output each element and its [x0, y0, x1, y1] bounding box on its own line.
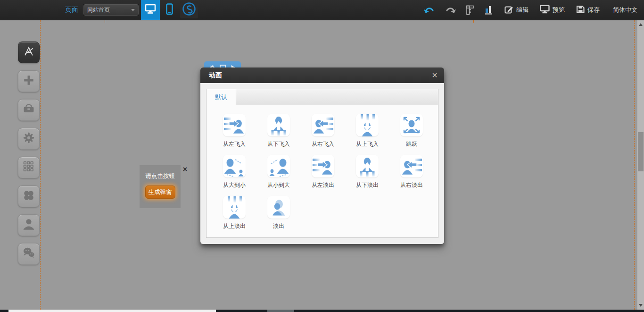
animation-item-label: 从上淡出 [223, 222, 246, 230]
fade-out-icon [267, 196, 290, 219]
small-to-big-icon [267, 155, 290, 177]
animation-item-label: 从上飞入 [356, 140, 379, 148]
modal-title: 动画 [209, 71, 222, 79]
edit-icon [504, 5, 513, 15]
animation-item[interactable]: 从右飞入 [301, 114, 345, 155]
animation-item[interactable]: 淡出 [256, 196, 301, 237]
close-icon[interactable]: × [432, 67, 438, 83]
settings-icon [21, 130, 36, 147]
fade-out-left-icon [312, 155, 334, 177]
design-tools-icon [21, 44, 36, 61]
animation-tabs-box: 默认 从左飞入从下飞入从右飞入从上飞入 跳跃从大到小从小到大从左淡出从下淡出从右… [206, 89, 438, 238]
page-label: 页面 [65, 6, 78, 14]
fade-out-top-icon [223, 196, 246, 219]
sidebar [18, 42, 40, 272]
page-guide-left [40, 20, 41, 310]
animation-item[interactable]: 从小到大 [256, 155, 301, 196]
modal-title-bar[interactable]: 动画 × [200, 67, 444, 83]
page-guide-right [634, 20, 635, 310]
bottom-strip-thumb[interactable] [267, 310, 294, 312]
sidebar-button-add[interactable] [18, 70, 40, 92]
redo-icon[interactable] [445, 6, 456, 14]
popup-widget[interactable]: 请点击按钮 生成弹窗 × [140, 165, 181, 208]
link-icon [182, 2, 196, 18]
sidebar-button-settings[interactable] [18, 128, 40, 150]
animation-item-label: 从右淡出 [400, 181, 423, 189]
popup-widget-text: 请点击按钮 [140, 172, 181, 180]
animation-item-label: 从小到大 [267, 181, 290, 189]
desktop-view-button[interactable] [141, 0, 160, 20]
sidebar-button-design-tools[interactable] [18, 42, 40, 63]
stats-icon[interactable] [485, 5, 493, 15]
animation-item[interactable]: 从上淡出 [212, 196, 256, 237]
add-icon [21, 73, 36, 90]
fly-in-right-icon [312, 114, 334, 136]
modal-body: 默认 从左飞入从下飞入从右飞入从上飞入 跳跃从大到小从小到大从左淡出从下淡出从右… [200, 83, 444, 244]
animation-item-label: 跳跃 [406, 140, 417, 148]
sidebar-button-toolbox[interactable] [18, 99, 40, 121]
chevron-down-icon [131, 9, 135, 11]
animation-item[interactable]: 从下淡出 [345, 155, 389, 196]
animation-item[interactable]: 从大到小 [212, 155, 256, 196]
bottom-scroll-strip[interactable] [0, 310, 644, 312]
scroll-down-icon[interactable] [639, 304, 643, 307]
animation-item-label: 从右飞入 [312, 140, 334, 148]
animation-grid: 从左飞入从下飞入从右飞入从上飞入 跳跃从大到小从小到大从左淡出从下淡出从右淡出从… [206, 105, 438, 237]
sidebar-button-wechat[interactable] [18, 243, 40, 265]
user-icon [21, 217, 36, 234]
undo-icon[interactable] [424, 6, 435, 14]
sidebar-button-modules-grid[interactable] [18, 157, 40, 178]
tab-default[interactable]: 默认 [206, 89, 236, 105]
animation-item[interactable]: 从左淡出 [301, 155, 345, 196]
top-toolbar: 页面 网站首页 [0, 0, 644, 20]
animation-modal: 动画 × 默认 从左飞入从下飞入从右飞入从上飞入 跳跃从大到小从小到大从左淡出从… [200, 67, 444, 244]
widgets-icon [21, 188, 36, 205]
desktop-icon [145, 4, 156, 16]
save-icon [576, 5, 585, 15]
fly-in-top-icon [356, 114, 379, 136]
fade-out-bottom-icon [356, 155, 379, 177]
edit-button[interactable]: 编辑 [504, 5, 528, 15]
toolbox-icon [21, 101, 36, 118]
big-to-small-icon [223, 155, 246, 177]
link-button[interactable] [180, 1, 198, 18]
animation-item-label: 淡出 [273, 222, 284, 230]
jump-icon [400, 114, 423, 136]
modules-grid-icon [21, 159, 36, 176]
generate-popup-button[interactable]: 生成弹窗 [145, 186, 175, 199]
vertical-scrollbar[interactable] [637, 20, 644, 310]
save-button[interactable]: 保存 [576, 5, 600, 15]
mobile-view-button[interactable] [160, 0, 179, 20]
animation-item[interactable]: 从左飞入 [212, 114, 256, 155]
animation-item-label: 从下淡出 [356, 181, 379, 189]
sidebar-button-widgets[interactable] [18, 186, 40, 207]
animation-item-label: 从左飞入 [223, 140, 246, 148]
animation-item-label: 从下飞入 [267, 140, 290, 148]
preview-button[interactable]: 预览 [540, 5, 565, 15]
animation-item[interactable]: 从下飞入 [256, 114, 301, 155]
animation-item-label: 从左淡出 [312, 181, 334, 189]
fade-out-right-icon [400, 155, 423, 177]
language-switch[interactable]: 简体中文 [613, 6, 637, 14]
animation-item[interactable]: 跳跃 [389, 114, 434, 155]
page-dropdown[interactable]: 网站首页 [83, 4, 139, 16]
ruler-icon[interactable] [466, 5, 474, 15]
page-dropdown-value: 网站首页 [87, 6, 110, 14]
scroll-up-icon[interactable] [639, 23, 643, 26]
animation-item[interactable]: 从上飞入 [345, 114, 389, 155]
sidebar-button-user[interactable] [18, 214, 40, 236]
close-icon[interactable]: × [183, 166, 187, 173]
wechat-icon [21, 245, 36, 262]
bottom-strip-light-segment [8, 310, 216, 312]
fly-in-left-icon [223, 114, 246, 136]
scrollbar-thumb[interactable] [638, 132, 644, 171]
fly-in-bottom-icon [267, 114, 290, 136]
mobile-icon [166, 3, 173, 17]
animation-item[interactable]: 从右淡出 [389, 155, 434, 196]
tab-strip: 默认 [206, 89, 438, 105]
preview-icon [540, 5, 550, 15]
animation-item-label: 从大到小 [223, 181, 246, 189]
